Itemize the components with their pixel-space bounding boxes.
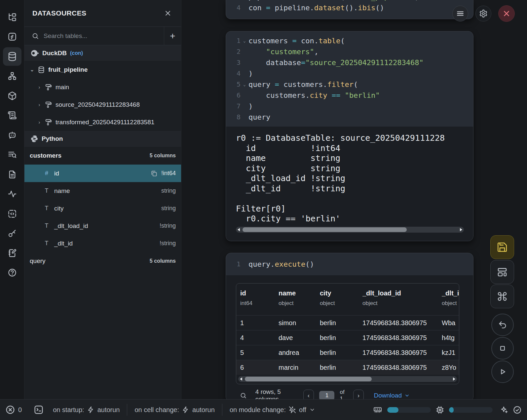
fold-chevron-icon[interactable]: ⌄ [241,35,248,46]
chevron-right-icon[interactable]: › [37,119,42,125]
sidebar-item-file-tree[interactable] [0,7,24,27]
command-palette-button[interactable] [490,285,514,308]
tree-item-schema-source[interactable]: › source_202504291112283468 [24,96,181,113]
settings-button[interactable] [475,6,491,21]
column-row-dlt-load-id[interactable]: T _dlt_load_id !string [24,217,181,235]
datasource-python[interactable]: Python [24,131,181,146]
scroll-left-arrow-icon[interactable] [238,228,240,231]
fold-chevron-icon[interactable]: ⌄ [241,79,248,90]
column-row-id[interactable]: # id !int64 [24,165,181,182]
run-button[interactable] [491,361,514,383]
notebook-cell-setup[interactable]: 3pipeline = dlt.attach("fruit_pipeline")… [226,0,473,19]
sidebar-item-packages[interactable] [0,86,24,106]
table-row[interactable]: 6marcinberlin1745968348.3806975z8Yo [236,360,459,375]
on-module-change-toggle[interactable]: on module change: off [230,406,315,414]
shutdown-button[interactable] [498,5,515,22]
close-panel-button[interactable] [163,8,173,19]
layout-toggle-button[interactable] [490,260,514,284]
sparkles-ai-icon[interactable] [499,405,508,414]
column-header[interactable]: cityobject [320,289,362,307]
code-line[interactable]: 7) [226,101,473,112]
code-line[interactable]: 5⌄query = customers.filter( [226,79,473,90]
on-startup-value: autorun [97,406,120,414]
add-datasource-button[interactable]: + [164,27,181,45]
sidebar-item-ai-chat[interactable] [0,125,24,145]
notebook-cell-query[interactable]: 1⌄customers = con.table(2 "customers",3 … [226,31,473,241]
table-cell: 1745968348.3806975 [362,319,442,327]
code-line[interactable]: 6 customers.city == "berlin" [226,90,473,101]
search-icon[interactable] [240,392,247,399]
search-input[interactable] [43,32,164,40]
scroll-right-arrow-icon[interactable] [460,228,462,231]
terminal-button[interactable] [34,405,44,415]
notebook-cell-execute[interactable]: 1query.execute() idint64nameobjectcityob… [226,253,473,402]
table-item-customers[interactable]: customers 5 columns [24,146,181,165]
chevron-right-icon[interactable]: › [37,84,42,90]
on-cell-change-value: autorun [192,406,215,414]
chevron-down-icon[interactable]: ⌄ [30,67,34,73]
datasources-panel: DATASOURCES + DuckDB (con) ⌄ fruit_pipel… [24,0,181,399]
table-row[interactable]: 5andreaberlin1745968348.3806975kzJ1 [236,345,459,360]
code-line[interactable]: 3 database="source_202504291112283468" [226,57,473,68]
column-row-name[interactable]: T name string [24,182,181,200]
column-header[interactable]: idint64 [240,289,279,307]
sidebar-item-datasources[interactable] [0,47,24,66]
workflow-icon [3,67,21,85]
code-line[interactable]: 1query.execute() [226,259,473,270]
code-line[interactable]: 3pipeline = dlt.attach("fruit_pipeline") [226,0,473,2]
tree-item-schema-main[interactable]: › main [24,78,181,96]
tree-item-database[interactable]: ⌄ fruit_pipeline [24,61,181,78]
undo-button[interactable] [491,314,514,336]
scrollbar-thumb[interactable] [243,227,407,232]
error-indicator[interactable]: 0 [5,405,22,415]
save-button[interactable] [490,235,514,259]
scroll-left-arrow-icon[interactable] [240,377,242,381]
sidebar-item-tracing[interactable] [0,184,24,204]
column-header[interactable]: nameobject [279,289,320,307]
sidebar-item-secrets[interactable] [0,224,24,244]
scrollbar-thumb[interactable] [245,377,372,381]
horizontal-scrollbar[interactable] [238,376,457,382]
on-cell-change-toggle[interactable]: on cell change: autorun [134,406,214,414]
connection-status-check-icon[interactable] [513,405,522,414]
sidebar-item-variables[interactable] [0,27,24,47]
code-editor[interactable]: 1query.execute() [226,253,473,275]
sidebar-item-dependencies[interactable] [0,66,24,86]
sidebar-item-logs[interactable] [0,106,24,126]
on-startup-toggle[interactable]: on startup: autorun [53,406,120,414]
horizontal-scrollbar[interactable] [236,227,464,233]
cell-output: idint64nameobjectcityobject_dlt_load_ido… [226,275,473,402]
page-number[interactable]: 1 [319,391,334,400]
code-line[interactable]: 1⌄customers = con.table( [226,35,473,46]
cell-menu-button[interactable] [452,6,468,21]
sidebar-item-documentation[interactable] [0,165,24,184]
code-line[interactable]: 8query [226,112,473,123]
code-line[interactable]: 4con = pipeline.dataset().ibis() [226,2,473,13]
column-row-city[interactable]: T city string [24,200,181,217]
sidebar-item-snippets[interactable] [0,204,24,224]
column-type: !string [160,222,176,229]
column-row-dlt-id[interactable]: T _dlt_id !string [24,235,181,252]
hamburger-menu-icon [456,9,465,18]
connection-badge: (con) [70,50,83,56]
table-row[interactable]: 4daveberlin1745968348.3806975h4tg [236,330,459,345]
table-row[interactable]: 1simonberlin1745968348.3806975Wba [236,315,459,330]
schema-icon [45,84,52,91]
datasource-duckdb[interactable]: DuckDB (con) [24,45,181,61]
chevron-right-icon[interactable]: › [37,102,42,107]
copy-icon[interactable] [151,170,157,177]
tree-item-schema-transformed[interactable]: › transformed_202504291112283581 [24,113,181,131]
download-button[interactable]: Download [374,392,410,399]
code-line[interactable]: 4) [226,68,473,79]
table-item-query[interactable]: query 5 columns [24,252,181,270]
code-line[interactable]: 2 "customers", [226,46,473,57]
sidebar-item-help[interactable] [0,263,24,283]
sidebar-item-scratchpad[interactable] [0,243,24,263]
stop-button[interactable] [491,337,514,360]
sidebar-item-search-logs[interactable] [0,145,24,165]
code-editor[interactable]: 3pipeline = dlt.attach("fruit_pipeline")… [226,0,473,13]
code-editor[interactable]: 1⌄customers = con.table(2 "customers",3 … [226,31,473,127]
column-header[interactable]: _dlt_idobject [442,289,459,307]
scroll-right-arrow-icon[interactable] [453,377,455,381]
column-header[interactable]: _dlt_load_idobject [362,289,442,307]
